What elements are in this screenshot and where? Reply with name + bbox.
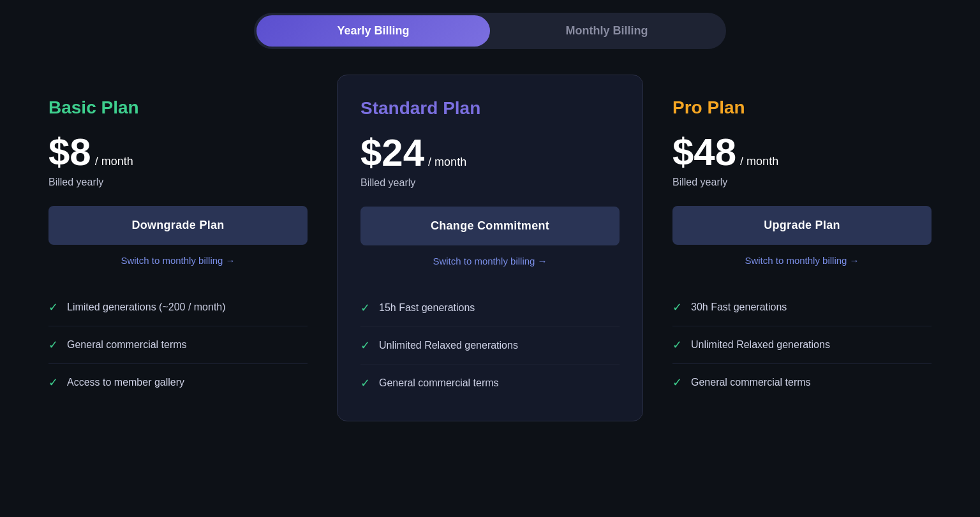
pro-price-amount: $48 [672,133,736,171]
billing-toggle: Yearly Billing Monthly Billing [254,13,726,49]
standard-price-period: / month [428,156,466,169]
standard-feature-3: ✓ General commercial terms [360,365,620,402]
pro-plan-price: $48 / month [672,133,932,171]
check-icon-6: ✓ [360,376,370,390]
upgrade-plan-button[interactable]: Upgrade Plan [672,206,932,245]
basic-price-amount: $8 [48,133,91,171]
downgrade-plan-button[interactable]: Downgrade Plan [48,206,308,245]
basic-feature-2: ✓ General commercial terms [48,326,308,364]
standard-plan-title: Standard Plan [360,98,620,119]
check-icon-2: ✓ [48,338,58,352]
standard-plan-price: $24 / month [360,134,620,172]
standard-features-list: ✓ 15h Fast generations ✓ Unlimited Relax… [360,289,620,402]
plans-container: Basic Plan $8 / month Billed yearly Down… [26,75,954,421]
check-icon-8: ✓ [672,338,682,352]
check-icon-9: ✓ [672,375,682,390]
pro-features-list: ✓ 30h Fast generations ✓ Unlimited Relax… [672,289,932,401]
basic-price-period: / month [95,155,133,168]
basic-feature-1: ✓ Limited generations (~200 / month) [48,289,308,326]
pro-billed-note: Billed yearly [672,177,932,188]
standard-price-amount: $24 [360,134,424,172]
basic-plan-price: $8 / month [48,133,308,171]
standard-plan-card: Standard Plan $24 / month Billed yearly … [337,75,643,421]
standard-feature-1: ✓ 15h Fast generations [360,289,620,327]
check-icon-3: ✓ [48,375,58,390]
pro-price-period: / month [740,155,778,168]
standard-switch-link[interactable]: Switch to monthly billing → [360,256,620,266]
pro-feature-3: ✓ General commercial terms [672,364,932,401]
yearly-billing-button[interactable]: Yearly Billing [256,15,490,47]
standard-feature-2: ✓ Unlimited Relaxed generations [360,327,620,365]
pro-feature-1: ✓ 30h Fast generations [672,289,932,326]
basic-feature-3: ✓ Access to member gallery [48,364,308,401]
pro-plan-title: Pro Plan [672,98,932,118]
basic-billed-note: Billed yearly [48,177,308,188]
check-icon-4: ✓ [360,301,370,315]
basic-features-list: ✓ Limited generations (~200 / month) ✓ G… [48,289,308,401]
monthly-billing-button[interactable]: Monthly Billing [490,15,724,47]
change-commitment-button[interactable]: Change Commitment [360,207,620,245]
pro-plan-card: Pro Plan $48 / month Billed yearly Upgra… [650,75,954,420]
check-icon-7: ✓ [672,300,682,314]
basic-switch-link[interactable]: Switch to monthly billing → [48,255,308,266]
basic-plan-title: Basic Plan [48,98,308,118]
pro-feature-2: ✓ Unlimited Relaxed generations [672,326,932,364]
pro-switch-link[interactable]: Switch to monthly billing → [672,255,932,266]
check-icon-1: ✓ [48,300,58,314]
check-icon-5: ✓ [360,339,370,353]
standard-billed-note: Billed yearly [360,177,620,189]
basic-plan-card: Basic Plan $8 / month Billed yearly Down… [26,75,330,420]
